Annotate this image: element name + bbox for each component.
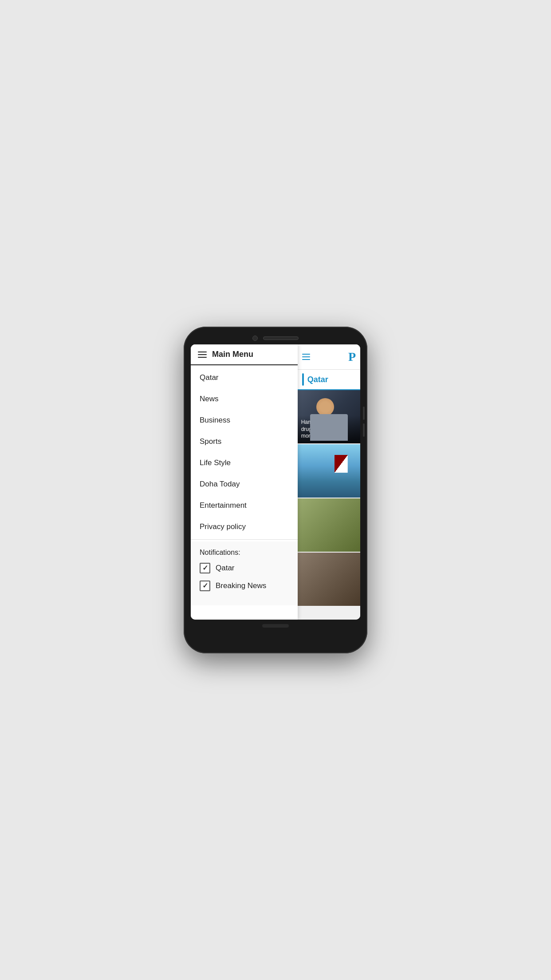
news-card-4[interactable] [298,553,360,606]
phone-camera [252,336,258,341]
news-panel: P Qatar Hamad M...drug infor...month [298,344,360,620]
notification-breaking-news-checkbox[interactable] [200,581,210,591]
menu-item-lifestyle[interactable]: Life Style [191,452,298,474]
phone-bottom-bar [191,624,360,628]
news-card-1[interactable]: Hamad M...drug infor...month [298,390,360,443]
news-logo: P [348,350,356,364]
phone-top-bar [191,336,360,341]
phone-screen: Main Menu Qatar News Business Sports Lif… [191,344,360,620]
news-category-label: Qatar [307,375,328,384]
menu-item-doha-today[interactable]: Doha Today [191,474,298,495]
news-card-1-title: Hamad M...drug infor...month [301,419,357,440]
notification-qatar-label: Qatar [216,564,235,573]
menu-item-entertainment[interactable]: Entertainment [191,495,298,516]
category-indicator [302,373,304,386]
menu-divider [191,539,298,540]
menu-title: Main Menu [212,350,253,359]
notification-breaking-news[interactable]: Breaking News [200,581,289,591]
notification-breaking-news-label: Breaking News [216,581,266,590]
side-buttons [363,407,365,437]
app-content: Main Menu Qatar News Business Sports Lif… [191,344,360,620]
menu-items-list: Qatar News Business Sports Life Style Do… [191,365,298,620]
news-header: P [298,344,360,370]
news-card-2[interactable] [298,444,360,498]
news-card-1-overlay: Hamad M...drug infor...month [298,415,360,443]
phone-device: Main Menu Qatar News Business Sports Lif… [184,327,367,653]
menu-item-business[interactable]: Business [191,410,298,431]
notification-qatar-checkbox[interactable] [200,563,210,573]
menu-panel: Main Menu Qatar News Business Sports Lif… [191,344,298,620]
news-hamburger-icon[interactable] [302,354,310,360]
hamburger-icon[interactable] [198,352,207,358]
menu-item-news[interactable]: News [191,388,298,410]
home-button[interactable] [262,624,289,628]
menu-item-qatar[interactable]: Qatar [191,367,298,388]
volume-down-button[interactable] [363,423,365,437]
notifications-section: Notifications: Qatar Breaking News [191,541,298,605]
news-cards-list: Hamad M...drug infor...month [298,390,360,620]
phone-speaker [263,336,299,340]
notification-qatar[interactable]: Qatar [200,563,289,573]
news-card-3[interactable] [298,498,360,552]
menu-item-sports[interactable]: Sports [191,431,298,452]
volume-up-button[interactable] [363,407,365,420]
news-category-bar: Qatar [298,370,360,390]
menu-header: Main Menu [191,344,298,365]
notifications-title: Notifications: [200,549,289,557]
menu-item-privacy[interactable]: Privacy policy [191,516,298,537]
